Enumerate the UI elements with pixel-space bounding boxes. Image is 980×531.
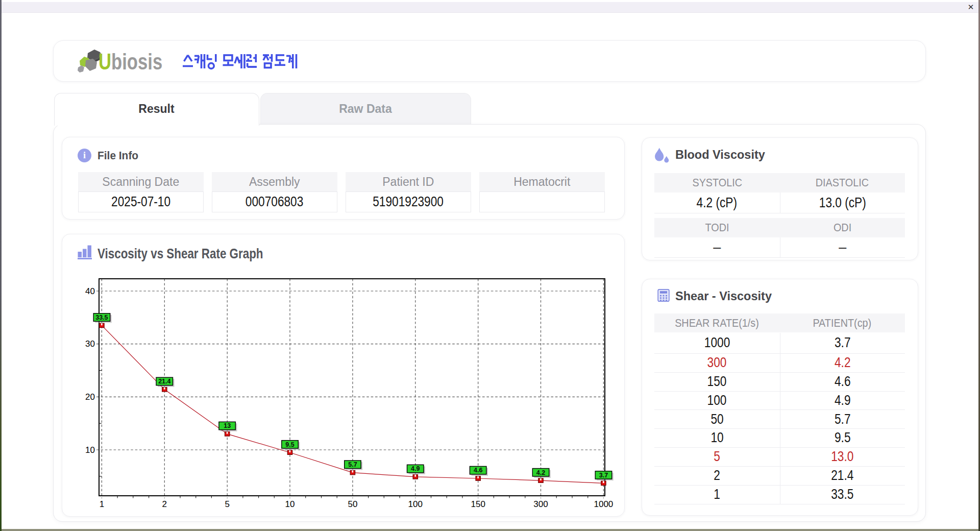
- svg-text:40: 40: [85, 286, 95, 296]
- svg-text:300: 300: [533, 499, 548, 509]
- svg-text:21.4: 21.4: [158, 378, 170, 385]
- svg-text:13: 13: [224, 422, 231, 429]
- svg-text:3.7: 3.7: [599, 472, 608, 479]
- svg-text:20: 20: [85, 392, 95, 402]
- svg-text:100: 100: [408, 499, 423, 509]
- svg-text:150: 150: [471, 499, 485, 509]
- svg-text:9.5: 9.5: [285, 441, 294, 448]
- svg-text:10: 10: [285, 499, 295, 509]
- svg-text:2: 2: [162, 499, 167, 509]
- svg-text:1000: 1000: [594, 499, 613, 509]
- svg-text:4.2: 4.2: [536, 469, 545, 476]
- svg-text:5.7: 5.7: [348, 461, 357, 468]
- svg-text:50: 50: [348, 499, 357, 509]
- svg-text:33.5: 33.5: [95, 314, 108, 321]
- svg-text:5: 5: [225, 499, 229, 509]
- svg-text:10: 10: [85, 445, 95, 455]
- svg-text:4.6: 4.6: [474, 467, 482, 474]
- svg-text:4.9: 4.9: [411, 465, 420, 472]
- svg-text:1: 1: [100, 499, 104, 509]
- svg-text:30: 30: [85, 339, 95, 349]
